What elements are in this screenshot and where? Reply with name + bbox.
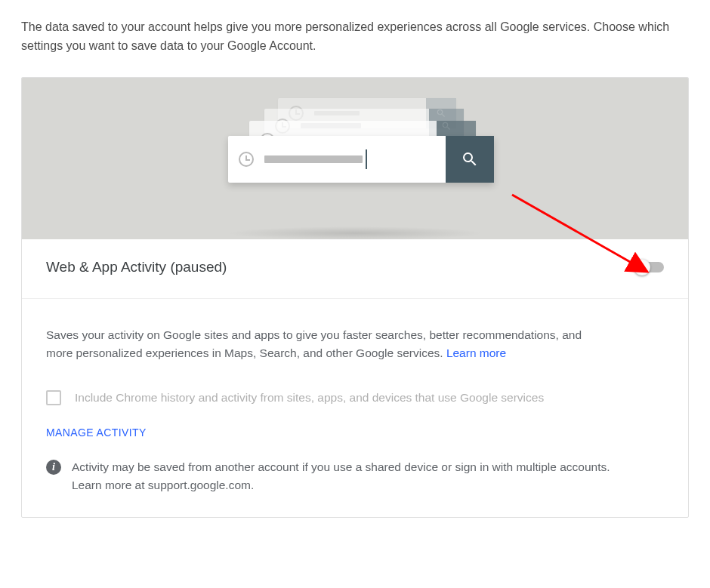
clock-icon: [239, 152, 254, 167]
info-row: i Activity may be saved from another acc…: [46, 458, 664, 494]
section-title: Web & App Activity (paused): [46, 259, 227, 276]
hero-search-button: [446, 136, 494, 183]
include-chrome-checkbox[interactable]: [46, 390, 61, 405]
intro-text: The data saved to your account helps giv…: [21, 18, 689, 56]
section-header: Web & App Activity (paused): [22, 239, 688, 299]
section-description: Saves your activity on Google sites and …: [46, 326, 590, 364]
manage-activity-link[interactable]: MANAGE ACTIVITY: [46, 426, 664, 439]
toggle-knob: [634, 259, 650, 276]
hero-illustration: [22, 78, 688, 239]
section-body: Saves your activity on Google sites and …: [22, 299, 688, 518]
include-chrome-row: Include Chrome history and activity from…: [46, 390, 664, 405]
activity-toggle[interactable]: [637, 262, 664, 272]
search-icon: [461, 150, 479, 168]
activity-card: Web & App Activity (paused) Saves your a…: [21, 77, 689, 519]
include-chrome-label: Include Chrome history and activity from…: [75, 391, 544, 405]
info-icon: i: [46, 460, 61, 475]
info-text: Activity may be saved from another accou…: [72, 458, 616, 494]
learn-more-link[interactable]: Learn more: [446, 346, 506, 359]
